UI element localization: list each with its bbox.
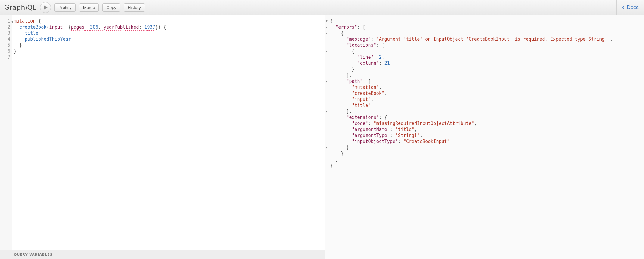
workspace: 1▼234567 mutation { createBook(input: {p… <box>0 15 644 259</box>
app-logo: GraphiQL <box>4 4 36 11</box>
toolbar: GraphiQL Prettify Merge Copy History Doc… <box>0 0 644 15</box>
result-viewer[interactable]: { "errors": [ { "message": "Argument 'ti… <box>325 15 644 169</box>
result-fold-gutter: ▼▼▼▼▼▼▼ <box>326 18 327 169</box>
docs-button[interactable]: Docs <box>616 0 644 15</box>
prettify-button[interactable]: Prettify <box>54 3 76 12</box>
result-pane: ▼▼▼▼▼▼▼ { "errors": [ { "message": "Argu… <box>325 15 644 259</box>
query-pane: 1▼234567 mutation { createBook(input: {p… <box>0 15 325 259</box>
line-gutter: 1▼234567 <box>0 15 12 250</box>
copy-button[interactable]: Copy <box>102 3 120 12</box>
docs-label: Docs <box>627 5 639 10</box>
query-editor-container: 1▼234567 mutation { createBook(input: {p… <box>0 15 325 250</box>
chevron-left-icon <box>622 5 625 10</box>
query-variables-bar[interactable]: QUERY VARIABLES <box>0 250 325 259</box>
run-button[interactable] <box>40 2 51 13</box>
query-variables-label: QUERY VARIABLES <box>14 253 53 257</box>
history-button[interactable]: History <box>124 3 145 12</box>
merge-button[interactable]: Merge <box>79 3 99 12</box>
query-editor[interactable]: mutation { createBook(input: {pages: 306… <box>12 15 325 250</box>
play-icon <box>44 5 48 10</box>
